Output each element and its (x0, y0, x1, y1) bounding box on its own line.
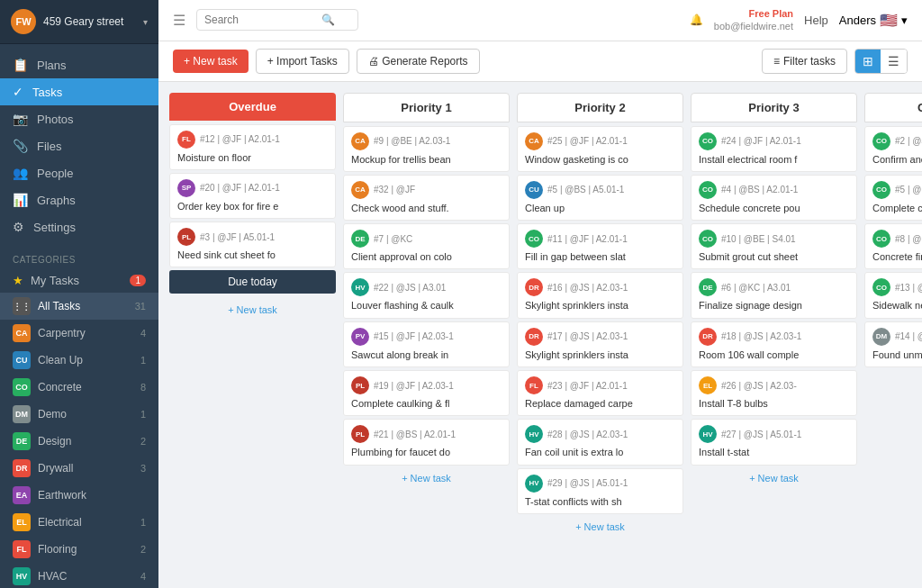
task-card[interactable]: SP #20 | @JF | A2.01-1 Order key box for… (169, 173, 336, 219)
column-header-priority2: Priority 2 (517, 93, 683, 122)
task-card[interactable]: HV #28 | @JS | A2.03-1 Fan coil unit is … (517, 419, 683, 465)
sidebar-label-plans: Plans (37, 59, 67, 72)
task-card[interactable]: CO #4 | @BS | A2.01-1 Schedule concrete … (691, 175, 857, 221)
new-task-inline-button[interactable]: + New task (517, 517, 683, 537)
sidebar-item-flooring[interactable]: FL Flooring 2 (0, 536, 158, 563)
task-avatar: CO (872, 278, 890, 296)
task-card[interactable]: HV #22 | @JS | A3.01 Louver flashing & c… (343, 272, 510, 318)
task-card[interactable]: DE #6 | @KC | A3.01 Finalize signage des… (691, 272, 857, 318)
sidebar-item-graphs[interactable]: 📊 Graphs (0, 186, 158, 213)
task-title: Room 106 wall comple (699, 348, 849, 361)
sidebar-item-plans[interactable]: 📋 Plans (0, 51, 158, 78)
new-task-inline-button[interactable]: + New task (864, 370, 922, 390)
task-card[interactable]: DR #16 | @JS | A2.03-1 Skylight sprinkle… (517, 272, 683, 318)
sidebar-item-demo[interactable]: DM Demo 1 (0, 401, 158, 428)
filter-tasks-button[interactable]: ≡ Filter tasks (762, 49, 847, 74)
task-card[interactable]: HV #27 | @JS | A5.01-1 Install t-stat (691, 419, 857, 465)
task-card[interactable]: CA #25 | @JF | A2.01-1 Window gasketing … (517, 126, 683, 172)
task-card[interactable]: PL #3 | @JF | A5.01-1 Need sink cut shee… (169, 222, 336, 267)
sidebar-label-files: Files (37, 140, 61, 153)
task-card[interactable]: CU #5 | @BS | A5.01-1 Clean up (517, 175, 683, 221)
main-content: ☰ 🔍 🔔 Free Plan bob@fieldwire.net Help A… (158, 0, 922, 588)
task-card[interactable]: CO #13 | @JF | A2.01-1 Sidewalk needs to… (864, 272, 922, 318)
sidebar-label-tasks: Tasks (32, 86, 62, 99)
grid-view-button[interactable]: ⊞ (855, 50, 881, 73)
sidebar-item-my-tasks[interactable]: ★ My Tasks 1 (0, 268, 158, 293)
task-card[interactable]: FL #12 | @JF | A2.01-1 Moisture on floor (169, 124, 336, 170)
task-card[interactable]: CO #24 | @JF | A2.01-1 Install electrica… (691, 126, 857, 172)
task-title: Skylight sprinklers insta (525, 348, 675, 361)
sidebar-item-concrete[interactable]: CO Concrete 8 (0, 374, 158, 401)
sidebar-item-earthwork[interactable]: EA Earthwork (0, 482, 158, 509)
task-header: DM #14 | @KC | A2.01-1 (872, 328, 922, 346)
column-header-priority3: Priority 3 (691, 93, 857, 122)
task-card[interactable]: PL #19 | @JF | A2.03-1 Complete caulking… (343, 370, 510, 416)
task-meta: #18 | @JS | A2.03-1 (721, 331, 801, 341)
task-card[interactable]: DM #14 | @KC | A2.01-1 Found unmarked ut… (864, 321, 922, 367)
task-card[interactable]: CO #8 | @BS Concrete finish mockup (864, 223, 922, 269)
task-meta: #25 | @JF | A2.01-1 (547, 136, 628, 146)
sidebar-item-people[interactable]: 👥 People (0, 159, 158, 186)
sidebar-nav: 📋 Plans ✓ Tasks 📷 Photos 📎 Files 👥 Peopl… (0, 44, 158, 248)
task-card[interactable]: PL #21 | @BS | A2.01-1 Plumbing for fauc… (343, 419, 510, 465)
generate-reports-button[interactable]: 🖨 Generate Reports (357, 49, 480, 74)
task-title: Schedule concrete pou (699, 202, 849, 214)
list-view-button[interactable]: ☰ (881, 50, 907, 73)
sidebar-item-design[interactable]: DE Design 2 (0, 428, 158, 455)
search-box[interactable]: 🔍 (196, 9, 358, 31)
task-avatar: CA (351, 132, 369, 150)
sidebar-item-electrical[interactable]: EL Electrical 1 (0, 509, 158, 536)
files-icon: 📎 (13, 139, 28, 153)
task-card[interactable]: DE #7 | @KC Client approval on colo (343, 223, 510, 269)
sidebar-header[interactable]: FW 459 Geary street ▾ (0, 0, 158, 44)
task-card[interactable]: CO #5 | @BE | S2.01-1 Complete concrete … (864, 175, 922, 221)
column-header-overdue: Overdue (169, 93, 336, 121)
task-header: DR #17 | @JS | A2.03-1 (525, 328, 675, 346)
sidebar-item-carpentry[interactable]: CA Carpentry 4 (0, 320, 158, 347)
new-task-inline-button[interactable]: + New task (169, 300, 336, 320)
sidebar-item-files[interactable]: 📎 Files (0, 132, 158, 159)
sidebar-item-hvac[interactable]: HV HVAC 4 (0, 563, 158, 588)
sidebar-item-all-tasks[interactable]: ⋮⋮ All Tasks 31 (0, 293, 158, 320)
task-card[interactable]: CO #11 | @JF | A2.01-1 Fill in gap betwe… (517, 223, 683, 269)
task-card[interactable]: CO #2 | @JF | S4.01 Confirm anchor bolt … (864, 126, 922, 172)
search-input[interactable] (204, 14, 321, 26)
sidebar-item-clean-up[interactable]: CU Clean Up 1 (0, 347, 158, 374)
category-count: 3 (140, 463, 146, 474)
task-card[interactable]: CO #10 | @BE | S4.01 Submit grout cut sh… (691, 223, 857, 269)
help-button[interactable]: Help (804, 14, 828, 27)
task-meta: #10 | @BE | S4.01 (721, 234, 796, 244)
task-card[interactable]: CA #32 | @JF Check wood and stuff. (343, 175, 510, 221)
sidebar-item-photos[interactable]: 📷 Photos (0, 105, 158, 132)
task-card[interactable]: DR #17 | @JS | A2.03-1 Skylight sprinkle… (517, 321, 683, 367)
task-meta: #28 | @JS | A2.03-1 (547, 430, 628, 439)
sidebar-item-settings[interactable]: ⚙ Settings (0, 213, 158, 240)
user-menu-button[interactable]: Anders 🇺🇸 ▾ (839, 12, 908, 29)
sidebar-item-drywall[interactable]: DR Drywall 3 (0, 455, 158, 482)
task-card[interactable]: PV #15 | @JF | A2.03-1 Sawcut along brea… (343, 321, 510, 367)
task-card[interactable]: DR #18 | @JS | A2.03-1 Room 106 wall com… (691, 321, 857, 367)
category-badge: EL (13, 513, 31, 531)
sidebar-item-tasks[interactable]: ✓ Tasks (0, 78, 158, 105)
task-card[interactable]: HV #29 | @JS | A5.01-1 T-stat conflicts … (517, 468, 683, 514)
sidebar-label-settings: Settings (33, 221, 76, 234)
task-header: CO #5 | @BE | S2.01-1 (872, 181, 922, 199)
new-task-inline-button[interactable]: + New task (691, 468, 857, 488)
task-card[interactable]: EL #26 | @JS | A2.03- Install T-8 bulbs (691, 370, 857, 416)
task-card[interactable]: CA #9 | @BE | A2.03-1 Mockup for trellis… (343, 126, 510, 172)
import-tasks-button[interactable]: + Import Tasks (256, 49, 349, 74)
category-label: Earthwork (38, 489, 86, 502)
all-tasks-count: 31 (135, 301, 146, 312)
menu-icon[interactable]: ☰ (173, 12, 185, 29)
view-toggle: ⊞ ☰ (854, 49, 908, 74)
task-header: CO #4 | @BS | A2.01-1 (699, 181, 849, 199)
new-task-button[interactable]: + New task (173, 50, 249, 73)
column-body: FL #12 | @JF | A2.01-1 Moisture on floor… (169, 124, 336, 577)
task-avatar: HV (525, 475, 543, 493)
my-tasks-count: 1 (130, 275, 146, 286)
new-task-inline-button[interactable]: + New task (343, 468, 510, 488)
bell-icon[interactable]: 🔔 (690, 14, 703, 26)
task-header: PL #19 | @JF | A2.03-1 (351, 376, 502, 394)
task-header: SP #20 | @JF | A2.01-1 (177, 179, 328, 197)
task-card[interactable]: FL #23 | @JF | A2.01-1 Replace damaged c… (517, 370, 683, 416)
